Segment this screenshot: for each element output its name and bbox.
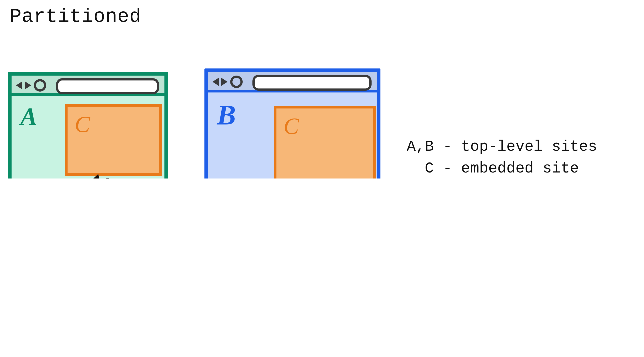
- embedded-frame-a: C: [65, 104, 162, 176]
- diagram-stage: Partitioned A,B - top-level sites C - em…: [0, 0, 644, 178]
- site-b-label: B: [217, 99, 236, 132]
- titlebar-b: [208, 72, 377, 92]
- url-bar-b: [252, 75, 372, 91]
- nav-icons-b: [212, 76, 243, 88]
- reload-icon: [230, 76, 243, 88]
- legend-line-2: C - embedded site: [407, 160, 579, 177]
- legend: A,B - top-level sites C - embedded site: [407, 136, 597, 178]
- forward-icon: [25, 81, 31, 89]
- nav-icons-a: [16, 79, 46, 92]
- embedded-label-a: C: [75, 111, 90, 138]
- browser-window-b: B C: [204, 68, 380, 178]
- forward-icon: [221, 78, 228, 86]
- back-icon: [16, 81, 22, 89]
- titlebar-a: [12, 76, 164, 96]
- diagram-title: Partitioned: [10, 5, 141, 28]
- back-icon: [212, 78, 219, 86]
- legend-line-1: A,B - top-level sites: [407, 138, 597, 155]
- url-bar-a: [56, 78, 159, 94]
- site-a-label: A: [20, 102, 37, 131]
- reload-icon: [34, 79, 46, 92]
- embedded-frame-b: C: [274, 106, 376, 178]
- browser-window-a: A C: [8, 72, 168, 178]
- embedded-label-b: C: [284, 113, 299, 139]
